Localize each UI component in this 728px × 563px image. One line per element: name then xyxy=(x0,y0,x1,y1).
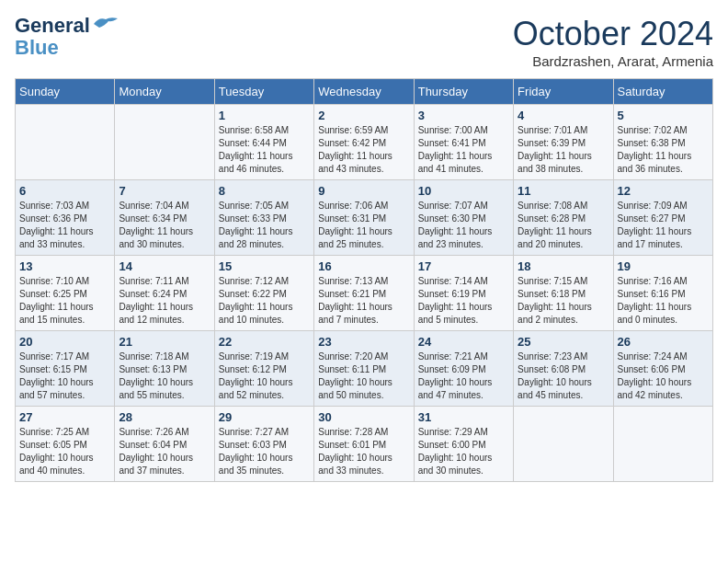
day-info: Sunrise: 7:28 AMSunset: 6:01 PMDaylight:… xyxy=(318,426,409,477)
calendar-cell: 5Sunrise: 7:02 AMSunset: 6:38 PMDaylight… xyxy=(613,105,712,180)
calendar-cell: 4Sunrise: 7:01 AMSunset: 6:39 PMDaylight… xyxy=(514,105,613,180)
calendar-cell: 18Sunrise: 7:15 AMSunset: 6:18 PMDayligh… xyxy=(514,256,613,331)
calendar-cell xyxy=(514,407,613,482)
calendar-header-row: SundayMondayTuesdayWednesdayThursdayFrid… xyxy=(16,79,713,105)
day-info: Sunrise: 7:25 AMSunset: 6:05 PMDaylight:… xyxy=(19,426,110,477)
calendar-cell: 30Sunrise: 7:28 AMSunset: 6:01 PMDayligh… xyxy=(314,407,414,482)
calendar-cell: 1Sunrise: 6:58 AMSunset: 6:44 PMDaylight… xyxy=(214,105,313,180)
header-friday: Friday xyxy=(514,79,613,105)
day-info: Sunrise: 7:06 AMSunset: 6:31 PMDaylight:… xyxy=(318,200,409,251)
calendar-cell: 15Sunrise: 7:12 AMSunset: 6:22 PMDayligh… xyxy=(214,256,313,331)
day-number: 5 xyxy=(618,109,709,122)
day-number: 19 xyxy=(618,259,709,273)
day-number: 17 xyxy=(418,259,509,273)
day-number: 6 xyxy=(19,184,110,198)
day-info: Sunrise: 7:17 AMSunset: 6:15 PMDaylight:… xyxy=(19,350,110,402)
day-number: 18 xyxy=(518,259,609,273)
calendar-week-row: 20Sunrise: 7:17 AMSunset: 6:15 PMDayligh… xyxy=(16,331,713,407)
day-number: 22 xyxy=(219,335,310,349)
day-number: 7 xyxy=(119,184,210,198)
day-number: 21 xyxy=(119,335,210,349)
calendar-cell: 2Sunrise: 6:59 AMSunset: 6:42 PMDaylight… xyxy=(314,105,414,180)
day-number: 28 xyxy=(119,410,210,424)
day-info: Sunrise: 6:58 AMSunset: 6:44 PMDaylight:… xyxy=(219,124,310,176)
calendar-cell xyxy=(613,407,712,482)
day-info: Sunrise: 7:02 AMSunset: 6:38 PMDaylight:… xyxy=(618,124,709,176)
header-wednesday: Wednesday xyxy=(314,79,414,105)
day-info: Sunrise: 7:11 AMSunset: 6:24 PMDaylight:… xyxy=(119,275,210,327)
day-number: 11 xyxy=(518,184,609,198)
calendar-cell: 19Sunrise: 7:16 AMSunset: 6:16 PMDayligh… xyxy=(613,256,712,331)
calendar-cell: 22Sunrise: 7:19 AMSunset: 6:12 PMDayligh… xyxy=(214,331,313,407)
calendar-cell: 10Sunrise: 7:07 AMSunset: 6:30 PMDayligh… xyxy=(414,180,513,256)
day-number: 3 xyxy=(418,109,509,122)
calendar-cell: 8Sunrise: 7:05 AMSunset: 6:33 PMDaylight… xyxy=(214,180,313,256)
header-thursday: Thursday xyxy=(414,79,513,105)
calendar-cell: 11Sunrise: 7:08 AMSunset: 6:28 PMDayligh… xyxy=(514,180,613,256)
day-info: Sunrise: 7:14 AMSunset: 6:19 PMDaylight:… xyxy=(418,275,509,327)
logo: General Blue xyxy=(15,15,119,59)
header-monday: Monday xyxy=(115,79,214,105)
calendar-cell: 28Sunrise: 7:26 AMSunset: 6:04 PMDayligh… xyxy=(115,407,214,482)
day-number: 24 xyxy=(418,335,509,349)
calendar-cell: 20Sunrise: 7:17 AMSunset: 6:15 PMDayligh… xyxy=(16,331,115,407)
day-number: 30 xyxy=(318,410,409,424)
calendar-cell: 27Sunrise: 7:25 AMSunset: 6:05 PMDayligh… xyxy=(16,407,115,482)
calendar-cell: 9Sunrise: 7:06 AMSunset: 6:31 PMDaylight… xyxy=(314,180,414,256)
day-info: Sunrise: 6:59 AMSunset: 6:42 PMDaylight:… xyxy=(318,124,409,176)
day-info: Sunrise: 7:18 AMSunset: 6:13 PMDaylight:… xyxy=(119,350,210,402)
calendar-cell: 16Sunrise: 7:13 AMSunset: 6:21 PMDayligh… xyxy=(314,256,414,331)
day-info: Sunrise: 7:09 AMSunset: 6:27 PMDaylight:… xyxy=(618,200,709,251)
calendar-cell: 24Sunrise: 7:21 AMSunset: 6:09 PMDayligh… xyxy=(414,331,513,407)
calendar-cell xyxy=(16,105,115,180)
day-info: Sunrise: 7:16 AMSunset: 6:16 PMDaylight:… xyxy=(618,275,709,327)
page-header: General Blue October 2024 Bardzrashen, A… xyxy=(15,15,713,69)
calendar-cell: 21Sunrise: 7:18 AMSunset: 6:13 PMDayligh… xyxy=(115,331,214,407)
location-title: Bardzrashen, Ararat, Armenia xyxy=(513,53,713,69)
calendar-week-row: 13Sunrise: 7:10 AMSunset: 6:25 PMDayligh… xyxy=(16,256,713,331)
day-number: 26 xyxy=(618,335,709,349)
day-info: Sunrise: 7:29 AMSunset: 6:00 PMDaylight:… xyxy=(418,426,509,477)
calendar-cell: 3Sunrise: 7:00 AMSunset: 6:41 PMDaylight… xyxy=(414,105,513,180)
header-saturday: Saturday xyxy=(613,79,712,105)
day-number: 8 xyxy=(219,184,310,198)
day-info: Sunrise: 7:04 AMSunset: 6:34 PMDaylight:… xyxy=(119,200,210,251)
day-number: 13 xyxy=(19,259,110,273)
logo-blue-text: Blue xyxy=(15,37,59,59)
day-number: 15 xyxy=(219,259,310,273)
day-number: 14 xyxy=(119,259,210,273)
calendar-cell: 14Sunrise: 7:11 AMSunset: 6:24 PMDayligh… xyxy=(115,256,214,331)
day-info: Sunrise: 7:13 AMSunset: 6:21 PMDaylight:… xyxy=(318,275,409,327)
day-info: Sunrise: 7:20 AMSunset: 6:11 PMDaylight:… xyxy=(318,350,409,402)
day-info: Sunrise: 7:10 AMSunset: 6:25 PMDaylight:… xyxy=(19,275,110,327)
day-info: Sunrise: 7:08 AMSunset: 6:28 PMDaylight:… xyxy=(518,200,609,251)
day-info: Sunrise: 7:01 AMSunset: 6:39 PMDaylight:… xyxy=(518,124,609,176)
calendar-week-row: 27Sunrise: 7:25 AMSunset: 6:05 PMDayligh… xyxy=(16,407,713,482)
calendar-cell: 26Sunrise: 7:24 AMSunset: 6:06 PMDayligh… xyxy=(613,331,712,407)
calendar-week-row: 1Sunrise: 6:58 AMSunset: 6:44 PMDaylight… xyxy=(16,105,713,180)
day-number: 2 xyxy=(318,109,409,122)
calendar-cell: 12Sunrise: 7:09 AMSunset: 6:27 PMDayligh… xyxy=(613,180,712,256)
day-number: 31 xyxy=(418,410,509,424)
month-title: October 2024 xyxy=(513,15,713,53)
calendar-cell: 6Sunrise: 7:03 AMSunset: 6:36 PMDaylight… xyxy=(16,180,115,256)
day-info: Sunrise: 7:21 AMSunset: 6:09 PMDaylight:… xyxy=(418,350,509,402)
calendar-cell: 25Sunrise: 7:23 AMSunset: 6:08 PMDayligh… xyxy=(514,331,613,407)
day-info: Sunrise: 7:03 AMSunset: 6:36 PMDaylight:… xyxy=(19,200,110,251)
day-number: 16 xyxy=(318,259,409,273)
logo-bird-icon xyxy=(92,15,119,33)
day-number: 27 xyxy=(19,410,110,424)
day-number: 1 xyxy=(219,109,310,122)
header-sunday: Sunday xyxy=(16,79,115,105)
day-number: 29 xyxy=(219,410,310,424)
title-block: October 2024 Bardzrashen, Ararat, Armeni… xyxy=(513,15,713,69)
day-info: Sunrise: 7:00 AMSunset: 6:41 PMDaylight:… xyxy=(418,124,509,176)
day-number: 20 xyxy=(19,335,110,349)
day-info: Sunrise: 7:27 AMSunset: 6:03 PMDaylight:… xyxy=(219,426,310,477)
calendar-cell: 23Sunrise: 7:20 AMSunset: 6:11 PMDayligh… xyxy=(314,331,414,407)
logo-text: General xyxy=(15,15,90,37)
day-number: 9 xyxy=(318,184,409,198)
day-number: 23 xyxy=(318,335,409,349)
day-info: Sunrise: 7:07 AMSunset: 6:30 PMDaylight:… xyxy=(418,200,509,251)
calendar-table: SundayMondayTuesdayWednesdayThursdayFrid… xyxy=(15,78,713,482)
